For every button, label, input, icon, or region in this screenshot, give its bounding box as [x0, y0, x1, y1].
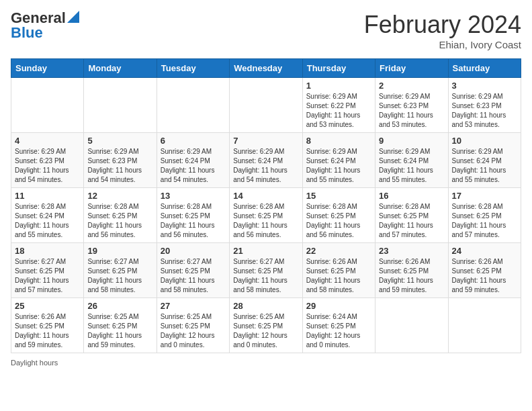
day-number: 13	[161, 191, 226, 201]
calendar-day-10: 10Sunrise: 6:29 AM Sunset: 6:24 PM Dayli…	[448, 133, 521, 188]
day-number: 3	[452, 81, 517, 91]
day-number: 28	[233, 301, 298, 311]
calendar-week-4: 18Sunrise: 6:27 AM Sunset: 6:25 PM Dayli…	[11, 243, 521, 298]
day-info: Sunrise: 6:29 AM Sunset: 6:23 PM Dayligh…	[379, 92, 444, 130]
calendar-day-3: 3Sunrise: 6:29 AM Sunset: 6:23 PM Daylig…	[448, 78, 521, 133]
calendar-day-1: 1Sunrise: 6:29 AM Sunset: 6:22 PM Daylig…	[302, 78, 375, 133]
logo: General Blue	[11, 11, 79, 40]
calendar-week-3: 11Sunrise: 6:28 AM Sunset: 6:24 PM Dayli…	[11, 188, 521, 243]
calendar-day-12: 12Sunrise: 6:28 AM Sunset: 6:25 PM Dayli…	[84, 188, 157, 243]
day-info: Sunrise: 6:24 AM Sunset: 6:25 PM Dayligh…	[306, 312, 371, 350]
day-info: Sunrise: 6:29 AM Sunset: 6:24 PM Dayligh…	[306, 147, 371, 185]
day-number: 26	[87, 301, 152, 311]
day-info: Sunrise: 6:29 AM Sunset: 6:24 PM Dayligh…	[379, 147, 444, 185]
svg-marker-0	[67, 11, 79, 23]
calendar-day-27: 27Sunrise: 6:25 AM Sunset: 6:25 PM Dayli…	[157, 298, 229, 353]
day-number: 27	[161, 301, 226, 311]
day-number: 10	[452, 136, 517, 146]
day-number: 1	[306, 81, 371, 91]
column-header-saturday: Saturday	[448, 59, 521, 78]
calendar-header-row: SundayMondayTuesdayWednesdayThursdayFrid…	[11, 59, 521, 78]
calendar-empty-cell	[157, 78, 229, 133]
day-number: 24	[452, 246, 517, 256]
column-header-friday: Friday	[375, 59, 448, 78]
calendar-week-1: 1Sunrise: 6:29 AM Sunset: 6:22 PM Daylig…	[11, 78, 521, 133]
day-info: Sunrise: 6:29 AM Sunset: 6:23 PM Dayligh…	[87, 147, 152, 185]
calendar-day-5: 5Sunrise: 6:29 AM Sunset: 6:23 PM Daylig…	[84, 133, 157, 188]
day-number: 11	[15, 191, 80, 201]
day-info: Sunrise: 6:29 AM Sunset: 6:23 PM Dayligh…	[15, 147, 80, 185]
day-info: Sunrise: 6:29 AM Sunset: 6:24 PM Dayligh…	[233, 147, 298, 185]
day-info: Sunrise: 6:27 AM Sunset: 6:25 PM Dayligh…	[15, 257, 80, 295]
day-number: 4	[15, 136, 80, 146]
calendar-day-28: 28Sunrise: 6:25 AM Sunset: 6:25 PM Dayli…	[230, 298, 302, 353]
day-number: 19	[87, 246, 152, 256]
day-info: Sunrise: 6:25 AM Sunset: 6:25 PM Dayligh…	[233, 312, 298, 350]
day-info: Sunrise: 6:26 AM Sunset: 6:25 PM Dayligh…	[379, 257, 444, 295]
location-subtitle: Ehian, Ivory Coast	[364, 39, 521, 50]
calendar-empty-cell	[375, 298, 448, 353]
day-number: 2	[379, 81, 444, 91]
logo-triangle-icon	[67, 11, 79, 23]
column-header-monday: Monday	[84, 59, 157, 78]
day-number: 5	[87, 136, 152, 146]
calendar-week-2: 4Sunrise: 6:29 AM Sunset: 6:23 PM Daylig…	[11, 133, 521, 188]
day-number: 9	[379, 136, 444, 146]
day-info: Sunrise: 6:26 AM Sunset: 6:25 PM Dayligh…	[306, 257, 371, 295]
calendar-day-29: 29Sunrise: 6:24 AM Sunset: 6:25 PM Dayli…	[302, 298, 375, 353]
calendar-week-5: 25Sunrise: 6:26 AM Sunset: 6:25 PM Dayli…	[11, 298, 521, 353]
day-info: Sunrise: 6:28 AM Sunset: 6:25 PM Dayligh…	[161, 202, 226, 240]
day-info: Sunrise: 6:29 AM Sunset: 6:22 PM Dayligh…	[306, 92, 371, 130]
day-info: Sunrise: 6:28 AM Sunset: 6:25 PM Dayligh…	[306, 202, 371, 240]
calendar-day-19: 19Sunrise: 6:27 AM Sunset: 6:25 PM Dayli…	[84, 243, 157, 298]
calendar-empty-cell	[84, 78, 157, 133]
day-info: Sunrise: 6:29 AM Sunset: 6:24 PM Dayligh…	[161, 147, 226, 185]
day-number: 14	[233, 191, 298, 201]
day-number: 18	[15, 246, 80, 256]
calendar-day-13: 13Sunrise: 6:28 AM Sunset: 6:25 PM Dayli…	[157, 188, 229, 243]
day-number: 20	[161, 246, 226, 256]
calendar-day-17: 17Sunrise: 6:28 AM Sunset: 6:25 PM Dayli…	[448, 188, 521, 243]
calendar-day-6: 6Sunrise: 6:29 AM Sunset: 6:24 PM Daylig…	[157, 133, 229, 188]
calendar-day-15: 15Sunrise: 6:28 AM Sunset: 6:25 PM Dayli…	[302, 188, 375, 243]
day-info: Sunrise: 6:27 AM Sunset: 6:25 PM Dayligh…	[87, 257, 152, 295]
day-info: Sunrise: 6:28 AM Sunset: 6:25 PM Dayligh…	[87, 202, 152, 240]
day-info: Sunrise: 6:27 AM Sunset: 6:25 PM Dayligh…	[161, 257, 226, 295]
calendar-day-26: 26Sunrise: 6:25 AM Sunset: 6:25 PM Dayli…	[84, 298, 157, 353]
calendar-empty-cell	[230, 78, 302, 133]
page-header: General Blue February 2024 Ehian, Ivory …	[11, 11, 521, 50]
calendar-empty-cell	[448, 298, 521, 353]
calendar-day-21: 21Sunrise: 6:27 AM Sunset: 6:25 PM Dayli…	[230, 243, 302, 298]
month-title: February 2024	[364, 11, 521, 39]
day-info: Sunrise: 6:28 AM Sunset: 6:24 PM Dayligh…	[15, 202, 80, 240]
day-info: Sunrise: 6:26 AM Sunset: 6:25 PM Dayligh…	[15, 312, 80, 350]
title-block: February 2024 Ehian, Ivory Coast	[364, 11, 521, 50]
day-number: 15	[306, 191, 371, 201]
calendar-empty-cell	[11, 78, 84, 133]
day-number: 23	[379, 246, 444, 256]
day-info: Sunrise: 6:27 AM Sunset: 6:25 PM Dayligh…	[233, 257, 298, 295]
calendar-day-11: 11Sunrise: 6:28 AM Sunset: 6:24 PM Dayli…	[11, 188, 84, 243]
day-number: 17	[452, 191, 517, 201]
day-info: Sunrise: 6:26 AM Sunset: 6:25 PM Dayligh…	[452, 257, 517, 295]
calendar-day-7: 7Sunrise: 6:29 AM Sunset: 6:24 PM Daylig…	[230, 133, 302, 188]
day-number: 22	[306, 246, 371, 256]
day-info: Sunrise: 6:29 AM Sunset: 6:24 PM Dayligh…	[452, 147, 517, 185]
column-header-thursday: Thursday	[302, 59, 375, 78]
calendar-day-2: 2Sunrise: 6:29 AM Sunset: 6:23 PM Daylig…	[375, 78, 448, 133]
calendar-day-14: 14Sunrise: 6:28 AM Sunset: 6:25 PM Dayli…	[230, 188, 302, 243]
calendar-day-9: 9Sunrise: 6:29 AM Sunset: 6:24 PM Daylig…	[375, 133, 448, 188]
day-number: 12	[87, 191, 152, 201]
calendar-day-23: 23Sunrise: 6:26 AM Sunset: 6:25 PM Dayli…	[375, 243, 448, 298]
day-number: 8	[306, 136, 371, 146]
logo-text-blue: Blue	[11, 26, 43, 40]
day-info: Sunrise: 6:25 AM Sunset: 6:25 PM Dayligh…	[87, 312, 152, 350]
calendar-table: SundayMondayTuesdayWednesdayThursdayFrid…	[11, 58, 521, 353]
calendar-day-16: 16Sunrise: 6:28 AM Sunset: 6:25 PM Dayli…	[375, 188, 448, 243]
day-info: Sunrise: 6:28 AM Sunset: 6:25 PM Dayligh…	[233, 202, 298, 240]
day-number: 6	[161, 136, 226, 146]
day-info: Sunrise: 6:25 AM Sunset: 6:25 PM Dayligh…	[161, 312, 226, 350]
column-header-wednesday: Wednesday	[230, 59, 302, 78]
calendar-day-20: 20Sunrise: 6:27 AM Sunset: 6:25 PM Dayli…	[157, 243, 229, 298]
calendar-day-18: 18Sunrise: 6:27 AM Sunset: 6:25 PM Dayli…	[11, 243, 84, 298]
